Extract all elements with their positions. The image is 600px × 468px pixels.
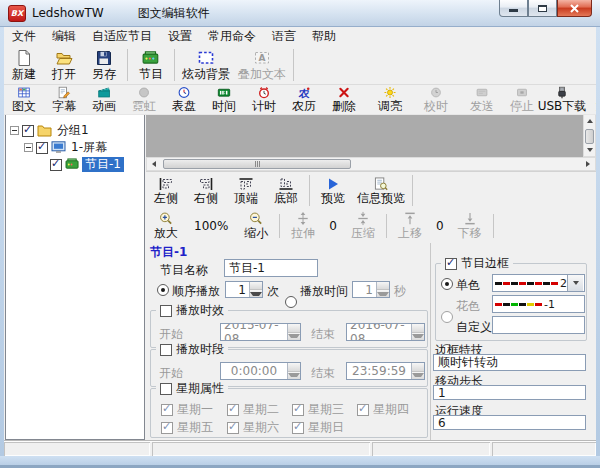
friday-checkbox[interactable] (161, 422, 173, 434)
tree-label-screen[interactable]: 1-屏幕 (68, 140, 110, 155)
tree-node-screen[interactable]: 1-屏幕 (6, 139, 144, 156)
spin-down-button[interactable] (412, 333, 424, 341)
sunday-checkbox[interactable] (292, 422, 304, 434)
timeslot-start-spinner[interactable]: 0:00:00 (220, 362, 301, 380)
usb-download-button[interactable]: USB下载 (542, 85, 582, 114)
single-color-combo[interactable]: 2 (492, 274, 585, 292)
menu-common-commands[interactable]: 常用命令 (200, 26, 264, 47)
play-period-checkbox[interactable] (160, 305, 172, 317)
spin-up-button[interactable] (288, 324, 300, 333)
maximize-button[interactable] (528, 0, 557, 17)
menu-settings[interactable]: 设置 (160, 26, 200, 47)
minimize-button[interactable] (499, 0, 528, 17)
program-border-checkbox[interactable] (445, 258, 457, 270)
horizontal-scrollbar[interactable] (146, 157, 596, 171)
period-end-spinner[interactable]: 2016-07-08 (346, 323, 425, 341)
stop-button[interactable]: 停止 (502, 85, 542, 114)
week-saturday[interactable]: 星期六 (227, 419, 279, 436)
tree-checkbox-program[interactable] (50, 159, 62, 171)
lunar-button[interactable]: 农 农历 (284, 85, 324, 114)
align-left-button[interactable]: 左侧 (146, 172, 186, 209)
pattern-color-box[interactable]: -1 (492, 295, 585, 313)
menu-language[interactable]: 语言 (264, 26, 304, 47)
collapse-icon[interactable] (10, 126, 19, 135)
menu-help[interactable]: 帮助 (304, 26, 344, 47)
scroll-right-button[interactable] (581, 158, 595, 170)
graphic-text-button[interactable]: 图文 (4, 85, 44, 114)
tree-label-program[interactable]: 节目-1 (82, 157, 124, 172)
monday-checkbox[interactable] (161, 404, 173, 416)
dropdown-button[interactable] (567, 275, 583, 291)
vertical-scrollbar[interactable] (583, 114, 596, 157)
info-preview-button[interactable]: 信息预览 (353, 172, 409, 209)
timer-button[interactable]: 计时 (244, 85, 284, 114)
dial-button[interactable]: 表盘 (164, 85, 204, 114)
spin-down-button[interactable] (377, 290, 389, 297)
thursday-checkbox[interactable] (357, 404, 369, 416)
overlay-text-button[interactable]: A 叠加文本 (234, 46, 290, 84)
week-monday[interactable]: 星期一 (161, 401, 213, 418)
spin-up-button[interactable] (250, 282, 262, 290)
menu-edit[interactable]: 编辑 (44, 26, 84, 47)
week-friday[interactable]: 星期五 (161, 419, 213, 436)
order-play-spinner[interactable]: 1 (225, 281, 263, 298)
spin-up-button[interactable] (412, 324, 424, 333)
order-play-radio[interactable] (157, 284, 169, 296)
program-name-input[interactable]: 节目-1 (224, 259, 318, 277)
scroll-up-button[interactable] (584, 115, 595, 127)
program-button[interactable]: 节目 (131, 46, 171, 84)
time-play-spinner[interactable]: 1 (352, 281, 390, 298)
move-up-button[interactable]: 上移 (390, 210, 430, 241)
spin-down-button[interactable] (250, 290, 262, 297)
pattern-color-radio[interactable] (441, 311, 453, 323)
stretch-button[interactable]: 拉伸 (283, 210, 323, 241)
align-top-button[interactable]: 顶端 (226, 172, 266, 209)
timeslot-end-spinner[interactable]: 23:59:59 (346, 362, 425, 380)
scrollbar-thumb[interactable] (163, 159, 351, 169)
open-button[interactable]: 打开 (44, 46, 84, 84)
delete-button[interactable]: 删除 (324, 85, 364, 114)
spin-up-button[interactable] (412, 363, 424, 372)
scroll-left-button[interactable] (147, 158, 161, 170)
tree-checkbox-group[interactable] (22, 125, 34, 137)
neon-button[interactable]: 霓虹 (124, 85, 164, 114)
move-down-button[interactable]: 下移 (450, 210, 490, 241)
brightness-button[interactable]: 调亮 (370, 85, 410, 114)
scrollbar-thumb[interactable] (585, 129, 594, 144)
tree-label-group[interactable]: 分组1 (54, 123, 92, 138)
period-start-spinner[interactable]: 2015-07-08 (220, 323, 301, 341)
week-tuesday[interactable]: 星期二 (227, 401, 279, 418)
animation-button[interactable]: 动画 (84, 85, 124, 114)
collapse-icon[interactable] (24, 143, 33, 152)
screen-canvas[interactable] (146, 114, 583, 157)
single-color-radio[interactable] (441, 278, 453, 290)
align-right-button[interactable]: 右侧 (186, 172, 226, 209)
move-step-input[interactable]: 1 (433, 385, 586, 400)
border-effect-input[interactable]: 顺时针转动 (433, 354, 586, 371)
preview-button[interactable]: 预览 (313, 172, 353, 209)
custom-color-box[interactable] (492, 316, 585, 334)
sync-time-button[interactable]: 校时 (416, 85, 456, 114)
menu-adaptive-program[interactable]: 自适应节目 (84, 26, 160, 47)
spin-up-button[interactable] (377, 282, 389, 290)
save-as-button[interactable]: 另存 (84, 46, 124, 84)
spin-down-button[interactable] (412, 372, 424, 380)
subtitle-button[interactable]: 字幕 (44, 85, 84, 114)
week-sunday[interactable]: 星期日 (292, 419, 344, 436)
spin-down-button[interactable] (288, 333, 300, 341)
zoom-out-button[interactable]: 缩小 (236, 210, 276, 241)
shine-background-button[interactable]: 炫动背景 (178, 46, 234, 84)
compress-button[interactable]: 压缩 (343, 210, 383, 241)
week-attribute-checkbox[interactable] (160, 383, 172, 395)
saturday-checkbox[interactable] (227, 422, 239, 434)
send-button[interactable]: 发送 (462, 85, 502, 114)
menu-file[interactable]: 文件 (4, 26, 44, 47)
new-button[interactable]: 新建 (4, 46, 44, 84)
time-play-radio[interactable] (285, 296, 297, 308)
align-bottom-button[interactable]: 底部 (266, 172, 306, 209)
tree-node-group[interactable]: 分组1 (6, 122, 144, 139)
wednesday-checkbox[interactable] (292, 404, 304, 416)
close-button[interactable] (557, 0, 592, 17)
zoom-in-button[interactable]: 放大 (146, 210, 186, 241)
tuesday-checkbox[interactable] (227, 404, 239, 416)
